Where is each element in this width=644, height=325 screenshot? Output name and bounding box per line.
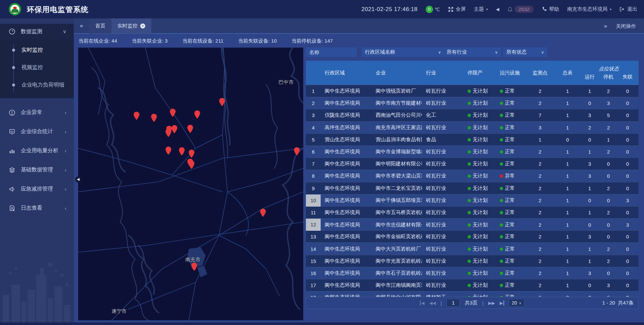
cell-region: 阆中生态环境局 xyxy=(321,246,372,252)
map-canvas[interactable]: 巴中市南充市遂宁市 xyxy=(78,48,303,320)
map-marker-pin[interactable] xyxy=(133,111,140,121)
map-marker-pin[interactable] xyxy=(187,124,194,134)
table-row[interactable]: 3仪陇生态环境局西南油气田分公司川中化工无计划正常71350 xyxy=(306,109,639,121)
sidebar-item-power-analysis[interactable]: 企业用电量分析 ‹ xyxy=(0,141,74,160)
page-number-input[interactable] xyxy=(446,299,460,307)
cell-region: 阆中生态环境局 xyxy=(321,197,372,204)
cell-points: 7 xyxy=(525,112,555,118)
cell-industry: 砖瓦行业 xyxy=(422,185,464,192)
map-marker-pin[interactable] xyxy=(151,113,157,123)
map-terrain xyxy=(78,48,303,320)
logout-button[interactable]: 退出 xyxy=(620,6,637,12)
name-search-input[interactable] xyxy=(306,47,357,57)
sidebar-item-emergency-reduction[interactable]: 应急减排管理 ‹ xyxy=(0,179,74,199)
prev-page-button[interactable]: ◀◀ xyxy=(429,301,436,306)
cell-run: 2 xyxy=(580,125,599,130)
cell-meters: 1 xyxy=(555,161,580,167)
sidebar-item-data-monitoring[interactable]: 数据监测 ∨ xyxy=(0,24,74,39)
tab-home[interactable]: 首页 xyxy=(89,18,111,34)
last-page-button[interactable]: ▶ xyxy=(500,301,504,306)
tab-bar: « 首页 实时监控 × » 关闭操作 xyxy=(74,18,644,34)
table-row[interactable]: 13阆中生态环境局阆中市金福旺页岩机砖砖瓦行业无计划正常21300 xyxy=(306,230,639,242)
map-marker-pin[interactable] xyxy=(171,125,178,134)
table-row[interactable]: 1阆中生态环境局阆中强锐页岩砖厂砖瓦行业无计划正常21120 xyxy=(306,85,639,97)
table-row[interactable]: 8阆中生态环境局阆中市枣碧大梁山页岩砖瓦行业无计划异常21300 xyxy=(306,170,639,182)
theme-menu[interactable]: 主题 ▾ xyxy=(474,6,488,12)
first-page-button[interactable]: ◀ xyxy=(420,301,424,306)
cell-industry: 砖瓦行业 xyxy=(422,149,464,155)
page-size-select[interactable]: 20 ∨ xyxy=(509,299,525,307)
table-row[interactable]: 14阆中生态环境局阆中大兴页岩机砖厂砖瓦行业无计划正常21120 xyxy=(306,242,639,255)
table-row[interactable]: 18南部生态环境局南部县砖化山河有限公建材加工无计划正常62060 xyxy=(306,291,639,297)
cell-stop: 1 xyxy=(599,137,618,143)
tabs-scroll-right-button[interactable]: » xyxy=(604,23,607,30)
tab-close-icon[interactable]: × xyxy=(140,23,145,29)
row-index: 6 xyxy=(306,149,321,155)
sidebar-item-power-load-detail[interactable]: 企业电力负荷明细 xyxy=(0,76,74,94)
notifications[interactable]: 2632 xyxy=(507,6,534,13)
map-marker-pin[interactable] xyxy=(165,128,172,138)
status-select[interactable]: 所有状态 ∨ xyxy=(503,47,547,57)
next-page-button[interactable]: ▶▶ xyxy=(488,301,495,306)
industry-select[interactable]: 所有行业 ∨ xyxy=(443,47,501,57)
cell-plan-status: 无计划 xyxy=(464,270,496,276)
help-button[interactable]: 帮助 xyxy=(542,6,559,12)
map-marker-pin[interactable] xyxy=(219,98,225,107)
cell-meters: 1 xyxy=(555,282,580,288)
sidebar-item-log-view[interactable]: 日志查看 ‹ xyxy=(0,199,74,218)
table-row[interactable]: 17阆中生态环境局阆中市江南镇阆南页岩砖瓦行业无计划正常21030 xyxy=(306,279,639,291)
region-select[interactable]: 行政区域名称 ∨ xyxy=(362,47,444,57)
cell-run: 1 xyxy=(580,246,599,252)
cell-points: 2 xyxy=(525,185,555,191)
tab-realtime-monitor[interactable]: 实时监控 × xyxy=(111,18,151,34)
table-row[interactable]: 5营山生态环境局营山县润丰肉食品有限食品无计划正常10010 xyxy=(306,133,639,146)
table-row[interactable]: 9阆中生态环境局阆中市二龙长宝页岩砖砖瓦行业无计划正常21120 xyxy=(306,182,639,194)
map-marker-pin[interactable] xyxy=(188,149,195,159)
cell-run: 1 xyxy=(580,210,599,215)
map-marker-pin[interactable] xyxy=(169,108,176,118)
sidebar-item-basic-data[interactable]: 基础数据管理 ‹ xyxy=(0,160,74,179)
map-marker-pin[interactable] xyxy=(194,110,201,119)
cell-points: 2 xyxy=(525,210,555,215)
map-marker-pin[interactable] xyxy=(165,146,172,156)
sidebar-item-enterprise-abnormal[interactable]: 企业异常 ‹ xyxy=(0,103,74,122)
table-row[interactable]: 2阆中生态环境局阆中市南方节能建材有砖瓦行业无计划正常21030 xyxy=(306,97,639,109)
cell-region: 阆中生态环境局 xyxy=(321,173,372,179)
status-dot-icon xyxy=(468,248,471,251)
map-marker-pin[interactable] xyxy=(260,208,266,218)
table-row[interactable]: 16阆中生态环境局阆中市石子页岩机砖厂砖瓦行业无计划正常21300 xyxy=(306,267,639,279)
sidebar-collapse-button[interactable]: ◀ xyxy=(75,176,81,182)
table-row[interactable]: 10阆中生态环境局阆中千佛镇五郎垭页岩砖瓦行业无计划正常21003 xyxy=(306,194,639,206)
table-row[interactable]: 11阆中生态环境局阆中市五马桥页岩机砖砖瓦行业无计划正常21120 xyxy=(306,206,639,218)
cell-facility-status: 正常 xyxy=(496,294,525,297)
map-marker-pin[interactable] xyxy=(178,147,185,156)
table-row[interactable]: 15阆中生态环境局阆中市光富页岩机砖厂砖瓦行业无计划正常21120 xyxy=(306,255,639,267)
table-row[interactable]: 6阆中生态环境局阆中市金博瑞新型墙材砖瓦行业无计划正常21120 xyxy=(306,146,639,158)
cell-region: 阆中生态环境局 xyxy=(321,270,372,276)
sidebar-item-realtime-monitor[interactable]: 实时监控 xyxy=(0,41,74,59)
mute-button[interactable]: ◀ xyxy=(496,7,499,12)
tabs-scroll-left-button[interactable]: « xyxy=(74,22,89,29)
sidebar-item-video-monitor[interactable]: 视频监控 xyxy=(0,59,74,76)
map-marker-pin[interactable] xyxy=(191,262,198,272)
sidebar-submenu: 实时监控 视频监控 企业电力负荷明细 xyxy=(0,39,74,98)
org-menu[interactable]: 南充市生态环境局 ▾ xyxy=(567,6,611,12)
row-index: 16 xyxy=(306,270,321,276)
cell-points: 2 xyxy=(525,173,555,179)
table-row[interactable]: 7阆中生态环境局阆中明阳建材有限公司砖瓦行业无计划正常21300 xyxy=(306,158,639,170)
temperature-unit: ℃ xyxy=(435,7,440,12)
cell-lost: 0 xyxy=(618,282,637,288)
fullscreen-icon xyxy=(448,7,453,12)
table-row[interactable]: 4高坪生态环境局南充市高坪区王家店建砖瓦行业无计划正常31220 xyxy=(306,121,639,133)
cell-lost: 0 xyxy=(618,149,637,155)
cell-lost: 3 xyxy=(618,222,637,228)
cell-company: 阆中市金博瑞新型墙材 xyxy=(372,149,422,155)
close-operations-button[interactable]: 关闭操作 xyxy=(616,23,636,30)
map-marker-pin[interactable] xyxy=(188,160,195,170)
table-row[interactable]: 12阆中生态环境局阆中市忠信建材有限公砖瓦行业无计划正常21003 xyxy=(306,218,639,230)
cell-meters: 1 xyxy=(555,246,580,252)
status-dot-icon xyxy=(468,211,471,214)
fullscreen-button[interactable]: 全屏 xyxy=(448,6,466,12)
sidebar-item-enterprise-statistics[interactable]: 企业综合统计 ‹ xyxy=(0,122,74,141)
map-marker-pin[interactable] xyxy=(293,147,300,156)
